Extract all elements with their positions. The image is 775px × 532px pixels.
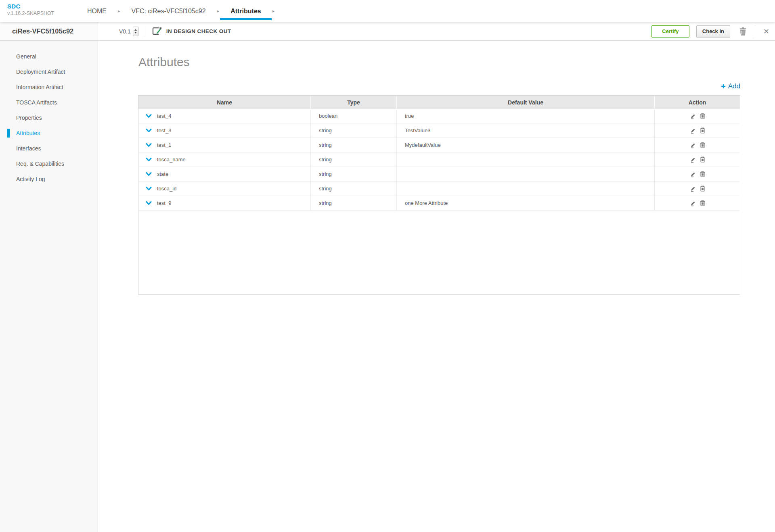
delete-icon[interactable] xyxy=(700,186,705,192)
attributes-table-area: + Add Name Type Default Value Action tes xyxy=(138,81,740,295)
add-row: + Add xyxy=(138,81,740,92)
certify-button[interactable]: Certify xyxy=(651,25,689,38)
version-spinner[interactable] xyxy=(133,27,138,36)
app-version: v.1.16.2-SNAPSHOT xyxy=(7,10,54,17)
chevron-down-icon[interactable] xyxy=(146,114,152,118)
delete-icon[interactable] xyxy=(700,127,705,134)
action-cell xyxy=(654,182,740,196)
app-logo-text: SDC xyxy=(7,3,54,10)
action-cell xyxy=(654,196,740,210)
action-cell xyxy=(654,123,740,138)
delete-entity-icon[interactable] xyxy=(739,27,747,36)
delete-icon[interactable] xyxy=(700,113,705,119)
attribute-default-value: one More Attribute xyxy=(396,196,654,210)
breadcrumb: HOME▸VFC: ciRes-VFC5f105c92▸Attributes▸ xyxy=(77,0,275,22)
sidebar-item-deployment-artifact[interactable]: Deployment Artifact xyxy=(0,64,98,79)
sidebar-item-interfaces[interactable]: Interfaces xyxy=(0,141,98,156)
action-cell xyxy=(654,152,740,167)
status-text: IN DESIGN CHECK OUT xyxy=(166,28,231,34)
action-cell xyxy=(654,109,740,123)
page-title: Attributes xyxy=(138,55,775,69)
tab-home[interactable]: HOME xyxy=(77,0,117,22)
sidebar-item-properties[interactable]: Properties xyxy=(0,110,98,125)
sidebar-item-label: Attributes xyxy=(16,130,40,136)
sidebar-item-label: Interfaces xyxy=(16,145,41,152)
attribute-name: tosca_name xyxy=(157,156,186,163)
edit-icon[interactable] xyxy=(690,200,696,207)
checkin-button[interactable]: Check in xyxy=(696,25,730,38)
in-design-edit-icon xyxy=(152,27,163,36)
edit-icon[interactable] xyxy=(690,113,696,119)
content-toolbar: V0.1 IN DESIGN CHECK OUT xyxy=(98,22,775,41)
attribute-type: string xyxy=(310,167,396,181)
chevron-down-icon[interactable] xyxy=(146,201,152,205)
table-row: test_3 string TestValue3 xyxy=(138,123,740,138)
spinner-down-icon[interactable] xyxy=(134,32,137,33)
attributes-table: Name Type Default Value Action test_4 bo… xyxy=(138,95,740,295)
attribute-name: test_4 xyxy=(157,113,171,119)
edit-icon[interactable] xyxy=(690,171,696,177)
attribute-name: tosca_id xyxy=(157,186,176,192)
sidebar-item-req-capabilities[interactable]: Req. & Capabilities xyxy=(0,156,98,171)
lifecycle-status: IN DESIGN CHECK OUT xyxy=(152,27,231,36)
version-label: V0.1 xyxy=(119,28,131,35)
sidebar-item-label: Deployment Artifact xyxy=(16,69,65,75)
sidebar-item-label: Properties xyxy=(16,115,42,121)
tab-attributes[interactable]: Attributes xyxy=(220,0,272,22)
chevron-down-icon[interactable] xyxy=(146,129,152,133)
delete-icon[interactable] xyxy=(700,200,705,206)
name-cell: test_9 xyxy=(138,196,310,210)
tab-vfc-cires-vfc5f105c92[interactable]: VFC: ciRes-VFC5f105c92 xyxy=(121,0,216,22)
table-row: test_4 boolean true xyxy=(138,109,740,123)
sidebar-item-label: TOSCA Artifacts xyxy=(16,99,57,106)
add-label: Add xyxy=(728,82,740,90)
breadcrumb-arrow-icon: ▸ xyxy=(217,8,220,14)
sidebar-header: ciRes-VFC5f105c92 xyxy=(0,22,98,41)
attribute-type: boolean xyxy=(310,109,396,123)
spinner-up-icon[interactable] xyxy=(134,29,137,31)
add-attribute-button[interactable]: + Add xyxy=(721,82,740,90)
table-row: test_1 string MydefaultValue xyxy=(138,138,740,152)
edit-icon[interactable] xyxy=(690,142,696,148)
name-cell: test_1 xyxy=(138,138,310,152)
attribute-type: string xyxy=(310,182,396,196)
attribute-default-value xyxy=(396,167,654,181)
content-area: V0.1 IN DESIGN CHECK OUT xyxy=(98,22,775,532)
sidebar-item-information-artifact[interactable]: Information Artifact xyxy=(0,79,98,95)
sidebar-item-attributes[interactable]: Attributes xyxy=(0,125,98,141)
attribute-default-value: true xyxy=(396,109,654,123)
edit-icon[interactable] xyxy=(690,156,696,163)
version-status-group: V0.1 IN DESIGN CHECK OUT xyxy=(119,26,231,37)
edit-icon[interactable] xyxy=(690,186,696,192)
attribute-default-value: TestValue3 xyxy=(396,123,654,138)
close-icon[interactable]: ✕ xyxy=(763,28,769,35)
delete-icon[interactable] xyxy=(700,171,705,177)
delete-icon[interactable] xyxy=(700,142,705,148)
plus-icon: + xyxy=(721,82,726,90)
table-row: state string xyxy=(138,167,740,182)
name-cell: tosca_id xyxy=(138,182,310,196)
app-logo[interactable]: SDC v.1.16.2-SNAPSHOT xyxy=(7,3,54,17)
attribute-name: test_3 xyxy=(157,127,171,134)
sidebar-item-tosca-artifacts[interactable]: TOSCA Artifacts xyxy=(0,95,98,110)
toolbar-divider xyxy=(145,26,145,37)
workspace: ciRes-VFC5f105c92 General Deployment Art… xyxy=(0,22,775,532)
attribute-name: test_9 xyxy=(157,200,171,206)
action-cell xyxy=(654,167,740,181)
chevron-down-icon[interactable] xyxy=(146,187,152,191)
attribute-type: string xyxy=(310,138,396,152)
delete-icon[interactable] xyxy=(700,156,705,163)
chevron-down-icon[interactable] xyxy=(146,172,152,176)
chevron-down-icon[interactable] xyxy=(146,143,152,147)
name-cell: tosca_name xyxy=(138,152,310,167)
chevron-down-icon[interactable] xyxy=(146,158,152,162)
sidebar-item-label: General xyxy=(16,53,36,60)
table-row: tosca_name string xyxy=(138,152,740,167)
column-header-type: Type xyxy=(310,96,396,109)
name-cell: test_4 xyxy=(138,109,310,123)
edit-icon[interactable] xyxy=(690,127,696,134)
sidebar-item-general[interactable]: General xyxy=(0,49,98,64)
toolbar-actions: Certify Check in ✕ xyxy=(651,25,769,38)
sidebar-item-activity-log[interactable]: Activity Log xyxy=(0,171,98,187)
toolbar-divider xyxy=(755,25,755,38)
